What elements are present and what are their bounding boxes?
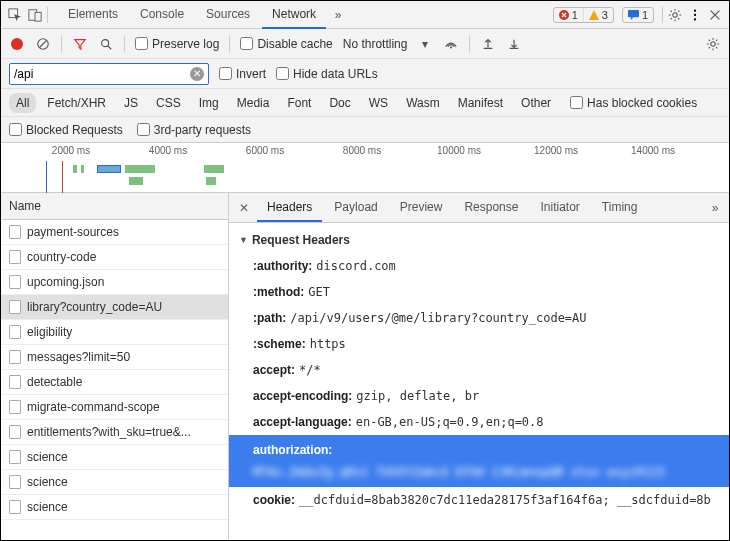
svg-line-12 xyxy=(671,18,672,19)
kebab-menu-icon[interactable] xyxy=(687,7,703,23)
header-value: */* xyxy=(299,361,321,379)
preserve-log-checkbox[interactable]: Preserve log xyxy=(135,37,219,51)
timeline-tick: 2000 ms xyxy=(52,145,90,156)
feedback-badge[interactable]: 1 xyxy=(622,7,654,23)
header-row[interactable]: :method:GET xyxy=(239,279,719,305)
device-toggle-icon[interactable] xyxy=(27,7,43,23)
timeline-overview[interactable]: 2000 ms4000 ms6000 ms8000 ms10000 ms1200… xyxy=(1,143,729,193)
third-party-checkbox[interactable]: 3rd-party requests xyxy=(137,123,251,137)
request-row[interactable]: science xyxy=(1,445,228,470)
clear-log-icon[interactable] xyxy=(35,36,51,52)
type-filter-all[interactable]: All xyxy=(9,93,36,113)
type-filter-js[interactable]: JS xyxy=(117,93,145,113)
svg-point-16 xyxy=(694,18,696,20)
export-har-icon[interactable] xyxy=(506,36,522,52)
settings-gear-icon[interactable] xyxy=(667,7,683,23)
header-row[interactable]: :path:/api/v9/users/@me/library?country_… xyxy=(239,305,719,331)
file-icon xyxy=(9,425,21,439)
inspect-element-icon[interactable] xyxy=(7,7,23,23)
blocked-requests-checkbox[interactable]: Blocked Requests xyxy=(9,123,123,137)
close-detail-icon[interactable]: ✕ xyxy=(235,201,253,215)
header-row[interactable]: accept-language:en-GB,en-US;q=0.9,en;q=0… xyxy=(239,409,719,435)
detail-tab-payload[interactable]: Payload xyxy=(324,194,387,222)
network-settings-gear-icon[interactable] xyxy=(705,36,721,52)
type-filter-css[interactable]: CSS xyxy=(149,93,188,113)
header-row[interactable]: cookie:__dcfduid=8bab3820c7dc11eda28175f… xyxy=(239,487,719,513)
panel-tab-sources[interactable]: Sources xyxy=(196,1,260,29)
request-name: payment-sources xyxy=(27,225,119,239)
timeline-tick: 12000 ms xyxy=(534,145,578,156)
request-row[interactable]: migrate-command-scope xyxy=(1,395,228,420)
header-value: MTAx.ZmQxZg.qRs1 TUVXYZabcd EFGH IJKLmno… xyxy=(253,463,665,481)
panel-tab-elements[interactable]: Elements xyxy=(58,1,128,29)
request-row[interactable]: payment-sources xyxy=(1,220,228,245)
more-tabs-icon[interactable]: » xyxy=(330,7,346,23)
timeline-segment xyxy=(73,165,77,173)
hide-data-urls-checkbox[interactable]: Hide data URLs xyxy=(276,67,378,81)
svg-point-14 xyxy=(694,9,696,11)
search-icon[interactable] xyxy=(98,36,114,52)
type-filter-wasm[interactable]: Wasm xyxy=(399,93,447,113)
disable-cache-checkbox[interactable]: Disable cache xyxy=(240,37,332,51)
request-name: library?country_code=AU xyxy=(27,300,162,314)
header-row[interactable]: authorization:MTAx.ZmQxZg.qRs1 TUVXYZabc… xyxy=(229,435,729,487)
type-filter-fetchxhr[interactable]: Fetch/XHR xyxy=(40,93,113,113)
throttling-caret-icon[interactable]: ▾ xyxy=(417,36,433,52)
type-filter-media[interactable]: Media xyxy=(230,93,277,113)
filter-input-wrap[interactable]: ✕ xyxy=(9,63,209,85)
detail-tab-timing[interactable]: Timing xyxy=(592,194,648,222)
panel-tab-network[interactable]: Network xyxy=(262,1,326,29)
close-devtools-icon[interactable] xyxy=(707,7,723,23)
import-har-icon[interactable] xyxy=(480,36,496,52)
separator xyxy=(124,36,125,52)
filter-input[interactable] xyxy=(14,67,190,81)
detail-tab-preview[interactable]: Preview xyxy=(390,194,453,222)
header-value: https xyxy=(310,335,346,353)
header-row[interactable]: :authority:discord.com xyxy=(239,253,719,279)
clear-filter-icon[interactable]: ✕ xyxy=(190,67,204,81)
network-conditions-icon[interactable] xyxy=(443,36,459,52)
request-row[interactable]: science xyxy=(1,470,228,495)
header-row[interactable]: :scheme:https xyxy=(239,331,719,357)
header-row[interactable]: accept:*/* xyxy=(239,357,719,383)
request-row[interactable]: detectable xyxy=(1,370,228,395)
request-row[interactable]: science xyxy=(1,495,228,520)
request-row[interactable]: eligibility xyxy=(1,320,228,345)
request-row[interactable]: library?country_code=AU xyxy=(1,295,228,320)
detail-tab-headers[interactable]: Headers xyxy=(257,194,322,222)
devtools-main-toolbar: ElementsConsoleSourcesNetwork » 1 3 1 xyxy=(1,1,729,29)
request-row[interactable]: country-code xyxy=(1,245,228,270)
type-filter-font[interactable]: Font xyxy=(280,93,318,113)
type-filter-img[interactable]: Img xyxy=(192,93,226,113)
detail-pane: ✕ HeadersPayloadPreviewResponseInitiator… xyxy=(229,193,729,541)
request-row[interactable]: messages?limit=50 xyxy=(1,345,228,370)
request-name: science xyxy=(27,475,68,489)
record-button[interactable] xyxy=(9,36,25,52)
type-filter-manifest[interactable]: Manifest xyxy=(451,93,510,113)
request-headers-section[interactable]: Request Headers xyxy=(239,233,719,247)
svg-rect-2 xyxy=(35,12,41,21)
type-filter-ws[interactable]: WS xyxy=(362,93,395,113)
type-filter-other[interactable]: Other xyxy=(514,93,558,113)
has-blocked-cookies-checkbox[interactable]: Has blocked cookies xyxy=(570,96,697,110)
detail-tab-initiator[interactable]: Initiator xyxy=(530,194,589,222)
timeline-segment xyxy=(206,177,216,185)
header-row[interactable]: accept-encoding:gzip, deflate, br xyxy=(239,383,719,409)
request-row[interactable]: entitlements?with_sku=true&... xyxy=(1,420,228,445)
request-row[interactable]: upcoming.json xyxy=(1,270,228,295)
timeline-tick: 8000 ms xyxy=(343,145,381,156)
detail-tab-response[interactable]: Response xyxy=(454,194,528,222)
type-filter-doc[interactable]: Doc xyxy=(322,93,357,113)
warnings-count: 3 xyxy=(602,9,608,21)
invert-checkbox[interactable]: Invert xyxy=(219,67,266,81)
issue-badges[interactable]: 1 3 xyxy=(553,7,614,23)
file-icon xyxy=(9,400,21,414)
file-icon xyxy=(9,500,21,514)
filter-funnel-icon[interactable] xyxy=(72,36,88,52)
header-value: __dcfduid=8bab3820c7dc11eda28175f3af164f… xyxy=(299,491,711,509)
panel-tab-console[interactable]: Console xyxy=(130,1,194,29)
throttling-select[interactable]: No throttling xyxy=(343,37,408,51)
more-detail-tabs-icon[interactable]: » xyxy=(707,200,723,216)
file-icon xyxy=(9,375,21,389)
name-column-header[interactable]: Name xyxy=(1,193,228,220)
